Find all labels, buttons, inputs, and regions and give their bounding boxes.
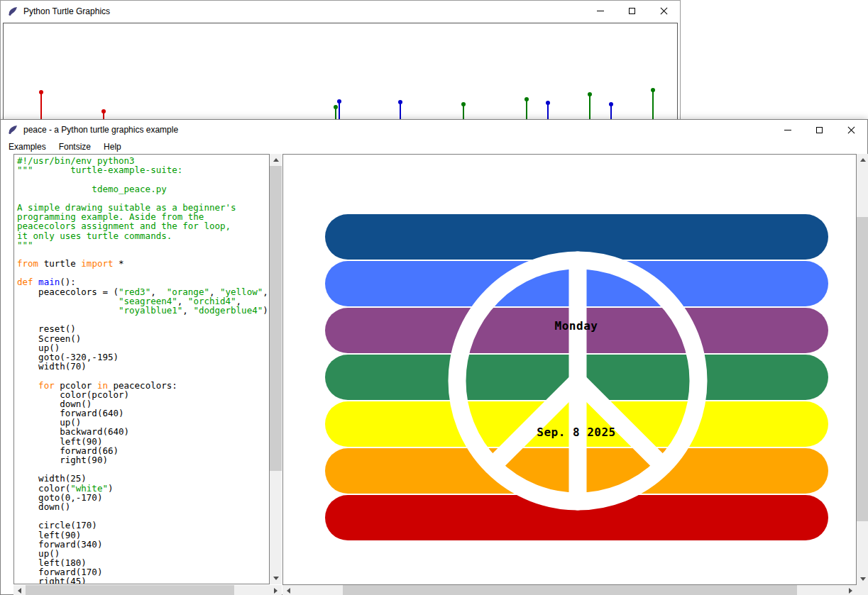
front-window-controls <box>771 120 867 140</box>
menu-examples[interactable]: Examples <box>2 140 53 153</box>
maximize-icon <box>629 8 635 14</box>
code-line: from turtle import * <box>17 259 269 268</box>
canvas-text: Sep. 8 2025 <box>537 426 615 439</box>
menubar: Examples Fontsize Help <box>1 140 867 154</box>
minimize-button[interactable] <box>584 1 616 21</box>
code-line: """ turtle-example-suite: <box>17 165 269 174</box>
scroll-down-button[interactable] <box>857 573 868 585</box>
arrow-up-icon <box>860 158 866 162</box>
front-window-title: peace - a Python turtle graphics example <box>23 125 178 135</box>
minimize-button[interactable] <box>771 120 803 140</box>
close-icon <box>660 7 668 15</box>
peace-demo-window: peace - a Python turtle graphics example… <box>0 119 868 595</box>
arrow-down-icon <box>273 577 279 580</box>
arrow-up-icon <box>273 158 279 162</box>
scrollbar-thumb[interactable] <box>857 217 868 521</box>
code-vertical-scrollbar[interactable] <box>270 154 282 584</box>
canvas-text: Monday <box>555 319 598 333</box>
peace-right-diagonal <box>578 381 663 466</box>
peace-symbol <box>283 155 856 584</box>
arrow-left-icon <box>287 588 290 594</box>
maximize-button[interactable] <box>616 1 648 21</box>
scroll-left-button[interactable] <box>13 585 26 595</box>
close-button[interactable] <box>648 1 680 21</box>
scroll-right-button[interactable] <box>845 585 857 595</box>
maximize-button[interactable] <box>803 120 835 140</box>
arrow-right-icon <box>274 588 278 594</box>
code-line: it only uses turtle commands. <box>17 231 269 240</box>
peace-left-diagonal <box>493 381 578 466</box>
minimize-icon <box>597 11 604 11</box>
menu-fontsize[interactable]: Fontsize <box>53 140 97 153</box>
code-line: "royalblue1", "dodgerblue4") <box>17 306 269 315</box>
scroll-up-button[interactable] <box>857 154 868 166</box>
back-window-title: Python Turtle Graphics <box>23 6 110 16</box>
code-line: """ <box>17 240 269 250</box>
scrollbar-thumb[interactable] <box>270 166 282 471</box>
code-line: right(45) <box>17 577 269 584</box>
close-button[interactable] <box>835 120 867 140</box>
code-line: width(70) <box>17 362 269 371</box>
scroll-up-button[interactable] <box>270 154 282 166</box>
arrow-down-icon <box>860 577 866 581</box>
source-code[interactable]: #!/usr/bin/env python3""" turtle-example… <box>13 154 270 584</box>
turtle-icon[interactable] <box>7 124 18 135</box>
scroll-down-button[interactable] <box>270 572 282 584</box>
menu-help[interactable]: Help <box>97 140 128 153</box>
scrollbar-corner <box>857 585 868 595</box>
scroll-left-button[interactable] <box>282 585 295 595</box>
turtle-canvas-peace[interactable]: MondaySep. 8 2025 <box>282 154 857 585</box>
scrollbar-thumb[interactable] <box>343 585 797 595</box>
canvas-vertical-scrollbar[interactable] <box>857 154 868 585</box>
scroll-right-button[interactable] <box>270 585 282 595</box>
front-window-titlebar[interactable]: peace - a Python turtle graphics example <box>1 120 867 140</box>
close-icon <box>847 126 855 134</box>
back-window-titlebar[interactable]: Python Turtle Graphics <box>1 1 680 21</box>
arrow-left-icon <box>18 588 21 594</box>
code-horizontal-scrollbar[interactable] <box>13 585 282 595</box>
minimize-icon <box>784 130 791 130</box>
scrollbar-thumb[interactable] <box>26 585 234 595</box>
code-line: tdemo_peace.py <box>17 184 269 194</box>
turtle-icon[interactable] <box>7 6 18 17</box>
maximize-icon <box>816 127 823 133</box>
back-window-controls <box>584 1 680 21</box>
code-line: right(90) <box>17 455 269 465</box>
canvas-horizontal-scrollbar[interactable] <box>282 585 857 595</box>
arrow-right-icon <box>849 588 852 594</box>
code-line: down() <box>17 502 269 511</box>
